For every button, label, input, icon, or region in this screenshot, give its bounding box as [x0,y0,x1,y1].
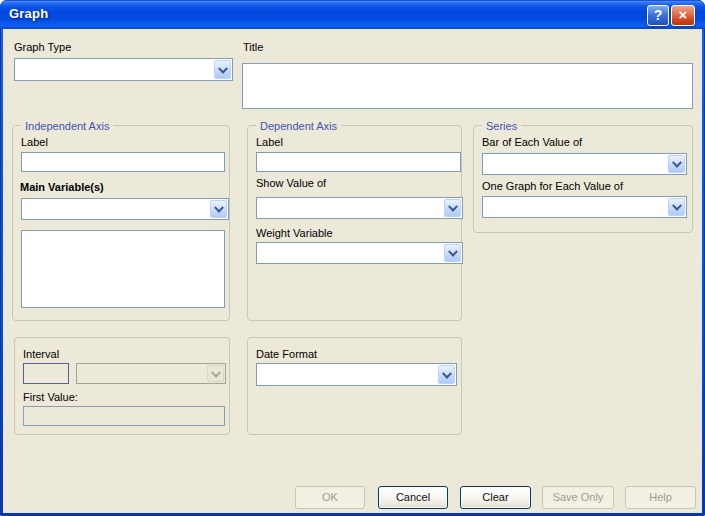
graph-type-label: Graph Type [14,41,71,54]
graph-dialog: Graph ? × Graph Type Title Independent A… [0,0,705,516]
chevron-down-icon[interactable] [444,199,461,217]
save-only-button: Save Only [542,486,614,509]
chevron-down-icon[interactable] [668,155,685,173]
one-graph-each-value-label: One Graph for Each Value of [482,180,623,193]
close-icon[interactable]: × [671,5,695,26]
first-value-label: First Value: [23,391,78,404]
independent-axis-legend: Independent Axis [21,119,113,133]
one-graph-each-value-combo[interactable] [482,196,687,218]
main-variables-listbox[interactable] [21,230,225,308]
show-value-of-label: Show Value of [256,177,326,190]
chevron-down-icon [207,365,224,382]
interval-label: Interval [23,348,59,361]
window-title: Graph [9,6,48,21]
help-button: Help [625,486,696,509]
help-icon[interactable]: ? [647,5,669,26]
ok-button: OK [295,486,365,509]
dependent-axis-group: Dependent Axis Label Show Value of Weigh… [247,125,462,321]
date-format-group: Date Format [247,337,462,435]
dependent-axis-legend: Dependent Axis [256,119,341,133]
title-label: Title [243,41,263,54]
series-legend: Series [482,119,521,133]
chevron-down-icon[interactable] [214,60,231,79]
bar-of-each-value-combo[interactable] [482,153,687,175]
interval-group: Interval First Value: [14,337,230,435]
graph-type-combo[interactable] [14,58,233,81]
cancel-button[interactable]: Cancel [378,486,448,509]
bar-of-each-value-label: Bar of Each Value of [482,136,582,149]
independent-label: Label [21,136,48,149]
date-format-label: Date Format [256,348,317,361]
chevron-down-icon[interactable] [210,200,227,218]
dependent-label: Label [256,136,283,149]
main-variables-combo[interactable] [21,198,229,220]
clear-button[interactable]: Clear [460,486,531,509]
chevron-down-icon[interactable] [438,365,455,384]
dependent-label-input[interactable] [256,152,461,172]
weight-variable-combo[interactable] [256,242,463,264]
show-value-of-combo[interactable] [256,197,463,219]
titlebar[interactable]: Graph ? × [0,0,705,29]
interval-input[interactable] [23,363,69,384]
first-value-input [23,406,225,426]
series-group: Series Bar of Each Value of One Graph fo… [473,125,693,233]
independent-label-input[interactable] [21,152,225,172]
title-textarea[interactable] [242,63,693,109]
interval-unit-combo [76,363,226,384]
date-format-combo[interactable] [256,363,457,386]
chevron-down-icon[interactable] [444,244,461,262]
independent-axis-group: Independent Axis Label Main Variable(s) [12,125,230,321]
weight-variable-label: Weight Variable [256,227,333,240]
chevron-down-icon[interactable] [668,198,685,216]
main-variables-label: Main Variable(s) [20,181,104,194]
